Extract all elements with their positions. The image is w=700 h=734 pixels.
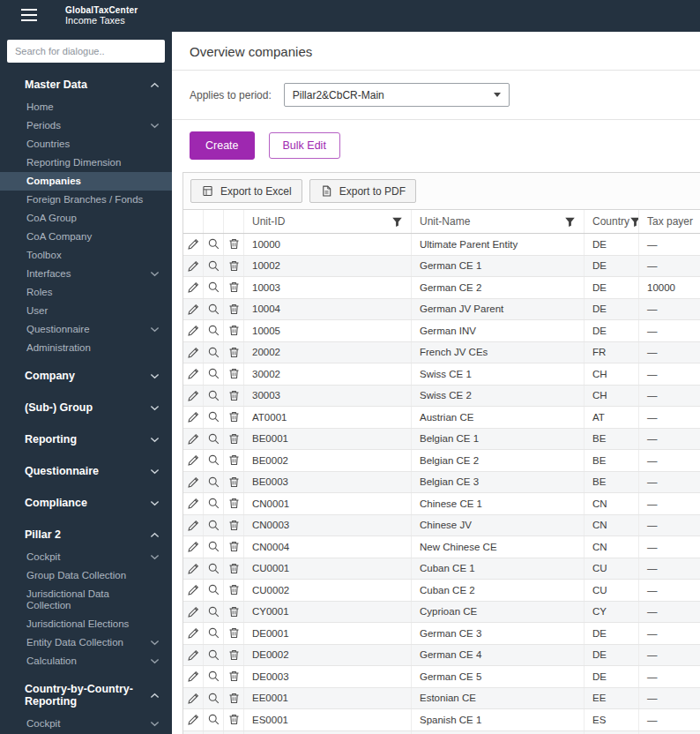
edit-button[interactable] [183,623,203,644]
delete-button[interactable] [224,407,243,428]
sidebar-item-reporting-dimension[interactable]: Reporting Dimension [0,154,172,172]
sidebar-item-foreign-branches-fonds[interactable]: Foreign Branches / Fonds [0,191,172,209]
view-button[interactable] [204,645,223,666]
delete-button[interactable] [224,666,243,687]
sidebar-item-jurisdictional-elections[interactable]: Jurisdictional Elections [0,615,172,633]
edit-button[interactable] [183,256,203,277]
sidebar-item-interfaces[interactable]: Interfaces [0,265,172,283]
column-header-unit-name[interactable]: Unit-Name [412,210,585,233]
export-excel-button[interactable]: Export to Excel [190,179,302,203]
sidebar-item-toolbox[interactable]: Toolbox [0,246,172,265]
view-button[interactable] [204,472,223,493]
edit-button[interactable] [183,277,203,298]
view-button[interactable] [204,623,223,644]
sidebar-item-entity-data-collection[interactable]: Entity Data Collection [0,633,172,652]
create-button[interactable]: Create [190,131,255,160]
delete-button[interactable] [224,645,243,666]
delete-button[interactable] [224,688,243,709]
sidebar-search-input[interactable] [7,40,165,63]
view-button[interactable] [204,256,223,277]
sidebar-item-country-by-country-reporting[interactable]: Country-by-Country-Reporting [0,676,172,715]
sidebar-item-coa-company[interactable]: CoA Company [0,228,172,246]
sidebar-item-home[interactable]: Home [0,98,172,116]
view-button[interactable] [204,386,223,407]
sidebar-item-sub-group[interactable]: (Sub-) Group [0,394,172,421]
sidebar-item-coa-group[interactable]: CoA Group [0,209,172,228]
filter-icon[interactable] [629,216,639,228]
delete-button[interactable] [224,515,243,536]
hamburger-menu-button[interactable] [16,5,42,26]
sidebar-item-administration[interactable]: Administration [0,339,172,357]
edit-button[interactable] [183,602,203,623]
delete-button[interactable] [224,363,243,385]
edit-button[interactable] [183,666,203,687]
edit-button[interactable] [183,731,203,734]
edit-button[interactable] [183,386,203,407]
view-button[interactable] [204,299,223,320]
edit-button[interactable] [183,234,203,255]
delete-button[interactable] [224,342,243,363]
edit-button[interactable] [183,493,203,514]
view-button[interactable] [204,709,223,730]
delete-button[interactable] [224,320,243,341]
delete-button[interactable] [224,256,243,277]
delete-button[interactable] [224,536,243,558]
edit-button[interactable] [183,709,203,730]
edit-button[interactable] [183,472,203,493]
edit-button[interactable] [183,320,203,341]
bulk-edit-button[interactable]: Bulk Edit [269,132,340,159]
view-button[interactable] [204,234,223,255]
sidebar-item-periods[interactable]: Periods [0,116,172,135]
edit-button[interactable] [183,536,203,558]
view-button[interactable] [204,407,223,428]
column-header-tax-payer[interactable]: Tax payer [639,210,700,233]
delete-button[interactable] [224,429,243,450]
delete-button[interactable] [224,299,243,320]
delete-button[interactable] [224,472,243,493]
edit-button[interactable] [183,342,203,363]
view-button[interactable] [204,277,223,298]
edit-button[interactable] [183,558,203,580]
sidebar-item-master-data[interactable]: Master Data [0,71,172,98]
delete-button[interactable] [224,731,243,734]
sidebar-item-cockpit[interactable]: Cockpit [0,715,172,733]
export-pdf-button[interactable]: Export to PDF [309,179,416,203]
sidebar-item-compliance[interactable]: Compliance [0,490,172,516]
edit-button[interactable] [183,429,203,450]
sidebar-item-companies[interactable]: Companies [0,172,172,191]
sidebar-item-user[interactable]: User [0,302,172,320]
edit-button[interactable] [183,580,203,601]
edit-button[interactable] [183,450,203,471]
period-select[interactable]: Pillar2&CbCR-Main [284,83,510,107]
view-button[interactable] [204,363,223,385]
delete-button[interactable] [224,623,243,644]
sidebar-item-reporting[interactable]: Reporting [0,426,172,453]
sidebar-item-questionnaire[interactable]: Questionnaire [0,458,172,484]
view-button[interactable] [204,493,223,514]
view-button[interactable] [204,429,223,450]
view-button[interactable] [204,450,223,471]
delete-button[interactable] [224,277,243,298]
delete-button[interactable] [224,709,243,730]
delete-button[interactable] [224,602,243,623]
edit-button[interactable] [183,407,203,428]
delete-button[interactable] [224,450,243,471]
edit-button[interactable] [183,299,203,320]
sidebar-item-roles[interactable]: Roles [0,283,172,302]
view-button[interactable] [204,558,223,580]
filter-icon[interactable] [391,216,403,228]
delete-button[interactable] [224,580,243,601]
delete-button[interactable] [224,493,243,514]
view-button[interactable] [204,666,223,687]
edit-button[interactable] [183,363,203,385]
view-button[interactable] [204,536,223,558]
view-button[interactable] [204,688,223,709]
view-button[interactable] [204,580,223,601]
sidebar-item-countries[interactable]: Countries [0,135,172,154]
sidebar-item-cockpit[interactable]: Cockpit [0,548,172,566]
column-header-unit-id[interactable]: Unit-ID [244,210,412,233]
edit-button[interactable] [183,645,203,666]
view-button[interactable] [204,731,223,734]
sidebar-item-jurisdictional-data-collection[interactable]: Jurisdictional Data Collection [0,585,172,615]
delete-button[interactable] [224,558,243,580]
